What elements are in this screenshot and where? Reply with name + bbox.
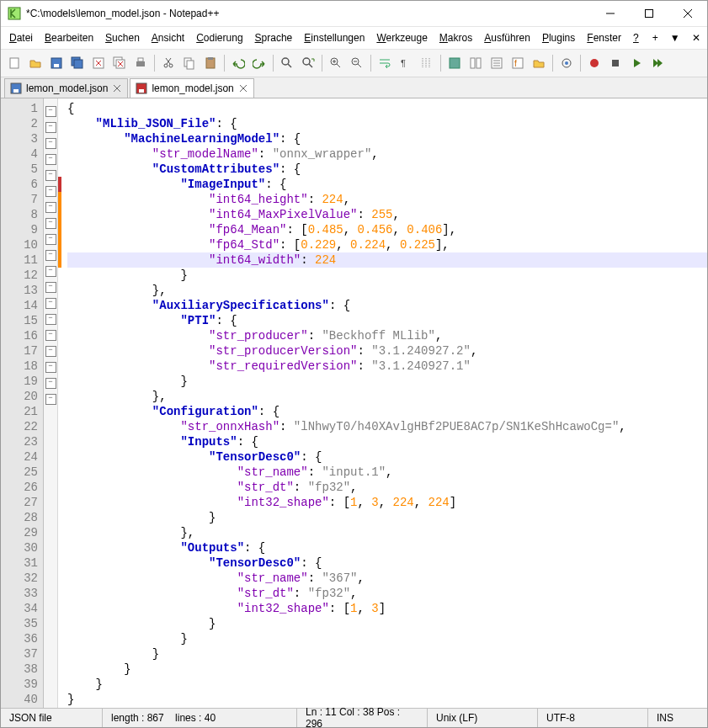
fold-marker[interactable]: −	[44, 293, 57, 309]
find-button[interactable]	[277, 53, 297, 73]
paste-button[interactable]	[200, 53, 221, 73]
code-line[interactable]: "CustomAttributes": {	[67, 162, 707, 177]
zoom-out-button[interactable]	[347, 53, 367, 73]
code-line[interactable]: "int64_width": 224	[67, 252, 707, 268]
tab-1[interactable]: lemon_model.json	[130, 78, 253, 98]
folder-button[interactable]	[529, 53, 549, 73]
fold-marker[interactable]: −	[44, 277, 57, 293]
code-line[interactable]: }	[67, 631, 707, 646]
minimize-button[interactable]	[591, 1, 630, 26]
code-line[interactable]: "MachineLearningModel": {	[67, 131, 707, 146]
code-line[interactable]: "Outputs": {	[67, 540, 707, 555]
code-line[interactable]: }	[67, 510, 707, 525]
code-line[interactable]: "str_modelName": "onnx_wrapper",	[67, 146, 707, 162]
close-all-button[interactable]	[109, 53, 130, 73]
wrap-button[interactable]	[375, 53, 395, 73]
fold-marker[interactable]: −	[44, 133, 57, 149]
all-chars-button[interactable]: ¶	[396, 53, 416, 73]
code-line[interactable]: "Inputs": {	[67, 434, 707, 449]
code-line[interactable]: }	[67, 646, 707, 662]
doc-map-button[interactable]	[466, 53, 486, 73]
code-line[interactable]: "fp64_Mean": [0.485, 0.456, 0.406],	[67, 222, 707, 237]
fold-marker[interactable]: −	[44, 325, 57, 341]
code-line[interactable]: {	[67, 101, 707, 116]
cut-button[interactable]	[158, 53, 178, 73]
code-line[interactable]: "TensorDesc0": {	[67, 555, 707, 571]
save-all-button[interactable]	[67, 53, 88, 73]
code-line[interactable]: "int32_shape": [1, 3]	[67, 601, 707, 616]
code-line[interactable]: "fp64_Std": [0.229, 0.224, 0.225],	[67, 237, 707, 252]
indent-guide-button[interactable]	[417, 53, 437, 73]
editor[interactable]: 1234567891011121314151617181920212223242…	[1, 98, 707, 708]
code-area[interactable]: { "MLlib_JSON_File": { "MachineLearningM…	[62, 98, 707, 708]
maximize-button[interactable]	[630, 1, 668, 26]
record-button[interactable]	[584, 53, 604, 73]
code-line[interactable]: "int64_MaxPixelValue": 255,	[67, 207, 707, 222]
code-line[interactable]: "AuxiliarySpecifications": {	[67, 298, 707, 313]
menu-datei[interactable]: Datei	[4, 30, 38, 45]
code-line[interactable]: "str_requiredVersion": "3.1.240927.1"	[67, 359, 707, 374]
play-button[interactable]	[626, 53, 647, 73]
fold-marker[interactable]: −	[44, 165, 57, 181]
fold-marker[interactable]: −	[44, 181, 57, 197]
copy-button[interactable]	[179, 53, 200, 73]
menu-plugins[interactable]: Plugins	[537, 30, 580, 45]
code-line[interactable]: "int32_shape": [1, 3, 224, 224]	[67, 495, 707, 510]
fold-marker[interactable]: −	[44, 309, 57, 325]
menu-bearbeiten[interactable]: Bearbeiten	[40, 30, 98, 45]
fold-marker[interactable]: −	[44, 357, 57, 373]
code-line[interactable]: }	[67, 268, 707, 283]
menu-ausführen[interactable]: Ausführen	[479, 30, 535, 45]
code-line[interactable]: "PTI": {	[67, 313, 707, 328]
fold-marker[interactable]: −	[44, 261, 57, 277]
stop-button[interactable]	[605, 53, 625, 73]
fold-marker[interactable]: −	[44, 149, 57, 165]
code-line[interactable]: }	[67, 692, 707, 707]
lang-button[interactable]	[444, 53, 465, 73]
code-line[interactable]: "int64_height": 224,	[67, 192, 707, 207]
menu-suchen[interactable]: Suchen	[100, 30, 145, 45]
code-line[interactable]: }	[67, 677, 707, 692]
zoom-in-button[interactable]	[326, 53, 346, 73]
code-line[interactable]: "ImageInput": {	[67, 177, 707, 192]
new-button[interactable]	[4, 53, 24, 73]
func-list-button[interactable]: f	[508, 53, 528, 73]
menu-einstellungen[interactable]: Einstellungen	[299, 30, 370, 45]
fold-marker[interactable]: −	[44, 197, 57, 213]
code-line[interactable]: "str_name": "367",	[67, 571, 707, 586]
code-line[interactable]: "str_producerVersion": "3.1.240927.2",	[67, 343, 707, 359]
menu-close-icon[interactable]: ✕	[687, 30, 705, 45]
fold-marker[interactable]: −	[44, 117, 57, 133]
close-button[interactable]	[88, 53, 109, 73]
fold-marker[interactable]: −	[44, 213, 57, 229]
tab-0[interactable]: lemon_model.json	[4, 78, 128, 98]
code-line[interactable]: }	[67, 374, 707, 389]
print-button[interactable]	[130, 53, 151, 73]
code-line[interactable]: },	[67, 525, 707, 540]
play-multi-button[interactable]	[647, 53, 668, 73]
code-line[interactable]: },	[67, 283, 707, 298]
fold-marker[interactable]: −	[44, 373, 57, 389]
fold-marker[interactable]: −	[44, 341, 57, 357]
open-button[interactable]	[25, 53, 45, 73]
menu-?[interactable]: ?	[628, 30, 644, 45]
tab-close-icon[interactable]	[112, 83, 122, 93]
tab-close-icon[interactable]	[238, 83, 248, 93]
code-line[interactable]: }	[67, 616, 707, 631]
close-button[interactable]	[668, 1, 707, 26]
save-button[interactable]	[46, 53, 67, 73]
code-line[interactable]: "str_dt": "fp32",	[67, 586, 707, 601]
code-line[interactable]: "str_producer": "Beckhoff MLlib",	[67, 328, 707, 343]
menu-more[interactable]: ▼	[665, 30, 685, 45]
code-line[interactable]: "str_onnxHash": "lNhwyT0/h40XAvlgHBf2PUE…	[67, 419, 707, 434]
menu-plus[interactable]: +	[647, 30, 663, 45]
code-line[interactable]: }	[67, 662, 707, 677]
menu-fenster[interactable]: Fenster	[582, 30, 626, 45]
code-line[interactable]: "MLlib_JSON_File": {	[67, 116, 707, 131]
fold-marker[interactable]: −	[44, 229, 57, 245]
menu-codierung[interactable]: Codierung	[191, 30, 248, 45]
menu-ansicht[interactable]: Ansicht	[146, 30, 189, 45]
menu-makros[interactable]: Makros	[434, 30, 477, 45]
undo-button[interactable]	[228, 53, 248, 73]
code-line[interactable]: },	[67, 389, 707, 404]
